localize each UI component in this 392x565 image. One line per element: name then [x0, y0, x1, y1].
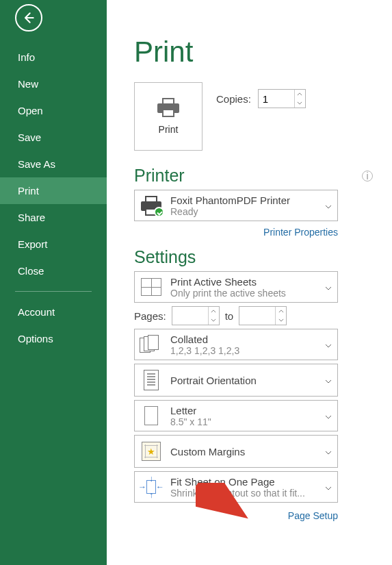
pages-to[interactable]: [239, 306, 287, 325]
pages-to-input[interactable]: [239, 307, 275, 325]
pages-from-down[interactable]: [209, 316, 219, 325]
collated-icon: [140, 335, 163, 354]
margins-selector[interactable]: ★ Custom Margins: [134, 435, 338, 468]
info-icon[interactable]: i: [362, 171, 373, 181]
chevron-down-icon: [325, 445, 333, 457]
nav-print[interactable]: Print: [0, 177, 107, 204]
pages-to-label: to: [225, 310, 234, 322]
printer-icon: [156, 98, 181, 117]
collate-selector[interactable]: Collated 1,2,3 1,2,3 1,2,3: [134, 329, 338, 360]
letter-icon: [144, 406, 158, 425]
fit-sheet-icon: ↓↑→←: [140, 476, 163, 498]
backstage-sidebar: Info New Open Save Save As Print Share E…: [0, 0, 107, 565]
page-title: Print: [134, 36, 373, 68]
print-button[interactable]: Print: [134, 82, 202, 151]
arrow-left-icon: [22, 11, 36, 25]
print-what-selector[interactable]: Print Active Sheets Only print the activ…: [134, 271, 338, 303]
nav-export[interactable]: Export: [0, 231, 107, 258]
printer-status: Ready: [170, 206, 318, 217]
settings-heading: Settings: [134, 247, 196, 267]
pages-to-down[interactable]: [276, 316, 286, 325]
nav-share[interactable]: Share: [0, 204, 107, 231]
nav-info[interactable]: Info: [0, 44, 107, 71]
chevron-down-icon: [325, 410, 333, 422]
chevron-down-icon: [325, 481, 333, 493]
copies-spinner[interactable]: [258, 89, 306, 108]
pages-label: Pages:: [134, 310, 166, 322]
paper-size-selector[interactable]: Letter 8.5" x 11": [134, 400, 338, 431]
pages-to-up[interactable]: [276, 307, 286, 316]
copies-down[interactable]: [295, 99, 305, 108]
page-setup-link[interactable]: Page Setup: [134, 510, 338, 521]
printer-selector[interactable]: Foxit PhantomPDF Printer Ready: [134, 190, 338, 221]
nav-new[interactable]: New: [0, 71, 107, 97]
margins-icon: ★: [142, 442, 161, 461]
nav-options[interactable]: Options: [0, 325, 107, 352]
pages-from-input[interactable]: [172, 307, 208, 325]
nav-divider: [15, 291, 92, 292]
nav-close[interactable]: Close: [0, 258, 107, 284]
pages-from[interactable]: [172, 306, 220, 325]
copies-label: Copies:: [216, 93, 251, 105]
nav-open[interactable]: Open: [0, 97, 107, 124]
back-button[interactable]: [15, 4, 42, 32]
chevron-down-icon: [325, 338, 333, 351]
chevron-down-icon: [325, 374, 333, 386]
nav-save[interactable]: Save: [0, 124, 107, 151]
printer-ready-icon: [140, 195, 163, 216]
printer-name: Foxit PhantomPDF Printer: [170, 194, 318, 206]
active-sheets-icon: [141, 278, 161, 296]
copies-up[interactable]: [295, 90, 305, 99]
nav-account[interactable]: Account: [0, 299, 107, 325]
scaling-selector[interactable]: ↓↑→← Fit Sheet on One Page Shrink the pr…: [134, 471, 338, 503]
chevron-down-icon: [325, 281, 333, 293]
print-panel: Print Print Copies: Pr: [107, 0, 392, 565]
printer-properties-link[interactable]: Printer Properties: [134, 227, 338, 238]
nav-save-as[interactable]: Save As: [0, 151, 107, 177]
copies-input[interactable]: [259, 90, 294, 108]
printer-heading: Printer: [134, 166, 185, 186]
chevron-down-icon: [325, 199, 333, 212]
print-button-label: Print: [159, 124, 179, 135]
orientation-selector[interactable]: Portrait Orientation: [134, 364, 338, 397]
portrait-icon: [144, 370, 159, 390]
pages-from-up[interactable]: [209, 307, 219, 316]
